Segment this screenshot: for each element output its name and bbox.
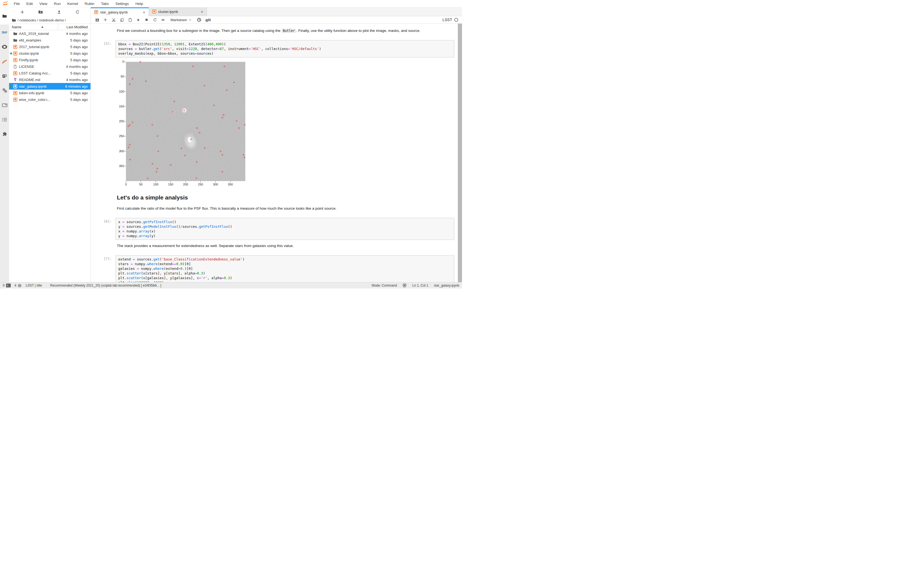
menu-edit[interactable]: Edit bbox=[23, 2, 36, 6]
history-button[interactable] bbox=[195, 17, 203, 23]
markdown-text: . Finally, use the utility function abov… bbox=[296, 29, 420, 33]
close-icon[interactable]: × bbox=[200, 9, 204, 14]
svg-text:D: D bbox=[2, 31, 3, 34]
sidebar-item-hdf5-viewer[interactable]: HDF bbox=[0, 26, 9, 40]
save-button[interactable] bbox=[94, 17, 101, 23]
copy-icon bbox=[120, 18, 124, 22]
menu-tabs[interactable]: Tabs bbox=[98, 2, 112, 6]
code-cell[interactable]: [7]:extend = sources.get('base_Classific… bbox=[91, 255, 454, 282]
table-of-contents-icon bbox=[2, 118, 7, 123]
kernel-indicator[interactable]: LSST bbox=[443, 18, 459, 22]
notebook-icon bbox=[13, 58, 17, 62]
code-line: x = sources.getPsfInstFlux() bbox=[118, 219, 452, 224]
list-item[interactable]: LSST Catalog Acc...5 days ago bbox=[9, 70, 90, 76]
sidebar-item-open-tabs[interactable] bbox=[0, 98, 9, 113]
restart-run-all-button[interactable] bbox=[160, 17, 166, 23]
command-mode-indicator[interactable]: Mode: Command bbox=[372, 284, 397, 287]
new-launcher-button[interactable] bbox=[18, 9, 26, 15]
list-item[interactable]: token-info.ipynb5 days ago bbox=[9, 90, 90, 96]
tab-cluster.ipynb[interactable]: cluster.ipynb× bbox=[149, 7, 207, 16]
sort-ascending-icon bbox=[41, 26, 44, 28]
file-browser-toolbar bbox=[9, 7, 90, 16]
notebook-icon bbox=[13, 91, 17, 95]
menu-rubin[interactable]: Rubin bbox=[81, 2, 98, 6]
terminals-status[interactable]: 0 $_ bbox=[3, 284, 11, 287]
menu-kernel[interactable]: Kernel bbox=[64, 2, 81, 6]
left-activity-bar: HDF bbox=[0, 7, 9, 282]
list-item[interactable]: MREADME.md4 months ago bbox=[9, 76, 90, 83]
interrupt-kernel-button[interactable] bbox=[143, 17, 150, 23]
sidebar-item-running-sessions[interactable] bbox=[0, 40, 9, 55]
notebook-scrollbar[interactable] bbox=[458, 24, 462, 282]
list-item[interactable]: cluster.ipynb5 days ago bbox=[9, 50, 90, 56]
kernels-count: 4 bbox=[15, 284, 16, 287]
code-editor[interactable]: extend = sources.get('base_Classificatio… bbox=[115, 255, 454, 282]
new-folder-button[interactable] bbox=[37, 9, 45, 15]
code-line: plt.xlim(100000, 1000) bbox=[118, 280, 452, 282]
menu-file[interactable]: File bbox=[10, 2, 23, 6]
code-line: bbox = Box2I(Point2I(1350, 1200), Extent… bbox=[118, 42, 452, 47]
scissors-icon bbox=[111, 18, 116, 22]
list-item[interactable]: 2017_tutorial.ipynb5 days ago bbox=[9, 44, 90, 50]
image-info: Recommended (Weekly 2021_20) (sciplat-la… bbox=[50, 284, 161, 287]
chevron-down-icon bbox=[189, 18, 192, 21]
list-item[interactable]: star_galaxy.ipynb6 minutes ago bbox=[9, 83, 90, 90]
file-name: efd_examples bbox=[17, 38, 60, 42]
svg-text:M: M bbox=[14, 77, 16, 80]
code-editor[interactable]: bbox = Box2I(Point2I(1350, 1200), Extent… bbox=[115, 40, 454, 57]
kernels-status[interactable]: 4 bbox=[15, 284, 22, 288]
upload-button[interactable] bbox=[55, 9, 63, 15]
markdown-cell[interactable]: First calculate the ratio of the model f… bbox=[117, 206, 454, 211]
trust-indicator[interactable] bbox=[402, 283, 407, 288]
svg-text:H: H bbox=[3, 31, 5, 34]
menu-help[interactable]: Help bbox=[132, 2, 146, 6]
restart-kernel-button[interactable] bbox=[151, 17, 158, 23]
cursor-position[interactable]: Ln 1, Col 1 bbox=[412, 284, 428, 287]
sidebar-item-file-browser[interactable] bbox=[0, 7, 9, 24]
cell-type-dropdown[interactable]: Markdown bbox=[168, 18, 194, 22]
modified-column-label: Last Modified bbox=[66, 25, 88, 29]
list-item[interactable]: AAS_2019_tutorial4 months ago bbox=[9, 30, 90, 37]
close-icon[interactable]: × bbox=[142, 10, 146, 15]
x-tick-label: 0 bbox=[123, 183, 129, 186]
breadcrumb[interactable]: / notebooks / notebook-demo / bbox=[9, 16, 90, 24]
menu-settings[interactable]: Settings bbox=[112, 2, 132, 6]
code-cell[interactable]: [5]:bbox = Box2I(Point2I(1350, 1200), Ex… bbox=[91, 40, 454, 57]
sidebar-item-extension-manager[interactable] bbox=[0, 127, 9, 142]
sort-by-modified-header[interactable]: Last Modified bbox=[58, 25, 90, 29]
paste-cells-button[interactable] bbox=[126, 17, 134, 23]
sidebar-item-firefly[interactable] bbox=[0, 55, 9, 69]
y-tick-label: 300 bbox=[117, 150, 124, 153]
sort-by-name-header[interactable]: Name bbox=[9, 24, 58, 30]
tab-star_galaxy.ipynb[interactable]: star_galaxy.ipynb× bbox=[91, 7, 149, 16]
menu-view[interactable]: View bbox=[36, 2, 51, 6]
markdown-cell[interactable]: The stack provides a measurement for ext… bbox=[117, 243, 454, 249]
cut-cells-button[interactable] bbox=[110, 17, 117, 23]
kernel-status-text[interactable]: LSST | Idle bbox=[26, 284, 42, 287]
file-modified: 5 days ago bbox=[60, 45, 90, 49]
refresh-button[interactable] bbox=[74, 9, 81, 15]
copy-cells-button[interactable] bbox=[118, 17, 125, 23]
svg-text:F: F bbox=[5, 31, 7, 34]
list-item[interactable]: Firefly.ipynb5 days ago bbox=[9, 56, 90, 63]
code-line: y = sources.getModelInstFlux()/sources.g… bbox=[118, 224, 452, 229]
run-cell-button[interactable] bbox=[135, 17, 142, 23]
clock-icon bbox=[197, 18, 201, 22]
kernel-name: LSST bbox=[443, 18, 452, 22]
code-cell[interactable]: [6]:x = sources.getPsfInstFlux()y = sour… bbox=[91, 218, 454, 240]
sidebar-item-system-tools[interactable] bbox=[0, 84, 9, 98]
tab-label: star_galaxy.ipynb bbox=[100, 10, 140, 14]
list-item[interactable]: LICENSE4 months ago bbox=[9, 63, 90, 70]
list-item[interactable]: efd_examples5 days ago bbox=[9, 37, 90, 44]
list-item[interactable]: wise_color_color.i...5 days ago bbox=[9, 96, 90, 103]
sidebar-item-table-of-contents[interactable] bbox=[0, 113, 9, 127]
git-menu[interactable]: git bbox=[204, 18, 213, 22]
insert-cell-button[interactable] bbox=[102, 17, 109, 23]
section-heading[interactable]: Let's do a simple analysis bbox=[117, 194, 454, 201]
menu-run[interactable]: Run bbox=[51, 2, 64, 6]
markdown-cell[interactable]: First we construct a bounding box for a … bbox=[117, 28, 454, 34]
code-editor[interactable]: x = sources.getPsfInstFlux()y = sources.… bbox=[115, 218, 454, 240]
sidebar-item-catalog-search[interactable] bbox=[0, 69, 9, 84]
file-name: token-info.ipynb bbox=[17, 91, 60, 95]
running-sessions-icon bbox=[2, 45, 7, 50]
